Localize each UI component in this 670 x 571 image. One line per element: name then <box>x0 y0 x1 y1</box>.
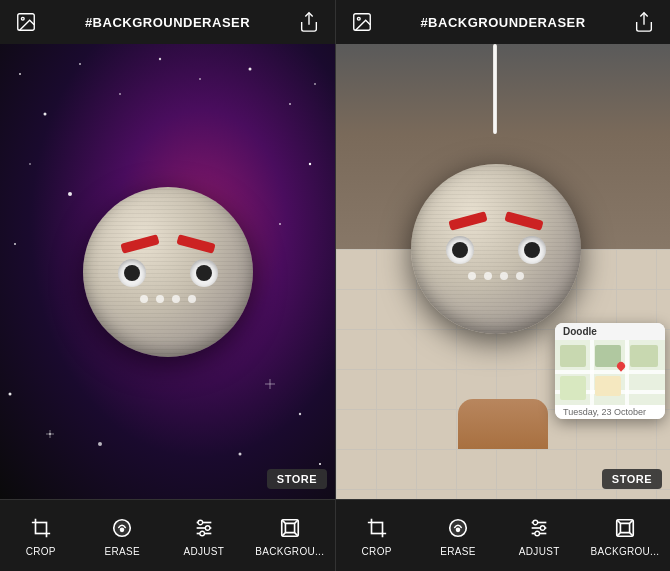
svg-point-17 <box>9 393 12 396</box>
right-panel: #BACKGROUNDERASER <box>335 0 670 571</box>
map-block-5 <box>595 376 621 396</box>
right-adjust-tool[interactable]: ADJUST <box>509 514 569 557</box>
right-speaker-fabric <box>411 164 581 334</box>
svg-rect-39 <box>285 523 294 532</box>
led-2 <box>156 295 164 303</box>
svg-point-9 <box>249 68 252 71</box>
adjust-icon <box>190 514 218 542</box>
left-erase-label: ERASE <box>105 546 140 557</box>
left-header: #BACKGROUNDERASER <box>0 0 335 44</box>
right-led-2 <box>484 272 492 280</box>
left-share-icon[interactable] <box>295 8 323 36</box>
right-erase-tool[interactable]: ERASE <box>428 514 488 557</box>
right-adjust-label: ADJUST <box>519 546 560 557</box>
right-led-3 <box>500 272 508 280</box>
doodle-popup: Doodle Tuesday, 23 October <box>555 323 665 419</box>
erase-icon <box>108 514 136 542</box>
svg-point-45 <box>357 17 360 20</box>
svg-point-6 <box>119 93 121 95</box>
svg-rect-29 <box>35 523 46 534</box>
speaker-fabric <box>83 187 253 357</box>
svg-point-12 <box>29 163 31 165</box>
right-image-area: Doodle Tuesday, 23 October STORE <box>336 44 670 499</box>
right-toolbar: CROP ERASE <box>336 499 670 571</box>
right-image-icon[interactable] <box>348 8 376 36</box>
speaker-body <box>83 187 253 357</box>
svg-point-15 <box>309 163 311 165</box>
right-share-icon[interactable] <box>630 8 658 36</box>
svg-point-11 <box>314 83 316 85</box>
left-crop-label: CROP <box>26 546 56 557</box>
right-speaker-body <box>411 164 581 334</box>
right-adjust-icon <box>525 514 553 542</box>
right-pupil-right <box>524 242 540 258</box>
led-1 <box>140 295 148 303</box>
svg-point-5 <box>79 63 81 65</box>
right-title: #BACKGROUNDERASER <box>376 15 630 30</box>
svg-point-7 <box>159 58 161 60</box>
crop-icon <box>27 514 55 542</box>
map-road-4 <box>625 340 629 405</box>
right-erase-label: ERASE <box>440 546 475 557</box>
svg-point-54 <box>541 526 546 531</box>
svg-point-31 <box>120 528 125 533</box>
svg-point-14 <box>14 243 16 245</box>
right-led-strip <box>468 272 524 280</box>
svg-point-21 <box>98 442 102 446</box>
svg-point-35 <box>198 520 203 525</box>
left-toolbar: CROP ERASE <box>0 499 335 571</box>
svg-point-53 <box>533 520 538 525</box>
svg-point-20 <box>319 463 321 465</box>
svg-point-36 <box>205 526 210 531</box>
right-crop-icon <box>363 514 391 542</box>
left-background-tool[interactable]: BACKGROU... <box>255 514 324 557</box>
left-store-button[interactable]: STORE <box>267 469 327 489</box>
pupil-right <box>196 265 212 281</box>
background-icon <box>276 514 304 542</box>
svg-point-22 <box>239 453 242 456</box>
svg-point-13 <box>68 192 72 196</box>
left-crop-tool[interactable]: CROP <box>11 514 71 557</box>
map-block-3 <box>630 345 658 367</box>
map-road-1 <box>555 370 665 374</box>
right-store-button[interactable]: STORE <box>602 469 662 489</box>
svg-point-19 <box>299 413 301 415</box>
right-speaker <box>411 164 581 334</box>
svg-point-16 <box>279 223 281 225</box>
right-eye-right <box>518 236 546 264</box>
eye-right <box>190 259 218 287</box>
svg-point-55 <box>535 531 540 536</box>
left-image-icon[interactable] <box>12 8 40 36</box>
usb-cable <box>493 44 497 134</box>
right-background-label: BACKGROU... <box>590 546 659 557</box>
pupil-left <box>124 265 140 281</box>
svg-point-8 <box>199 78 201 80</box>
right-led-4 <box>516 272 524 280</box>
eye-left <box>118 259 146 287</box>
left-background-label: BACKGROU... <box>255 546 324 557</box>
right-crop-label: CROP <box>362 546 392 557</box>
right-background-tool[interactable]: BACKGROU... <box>590 514 659 557</box>
led-4 <box>188 295 196 303</box>
right-led-1 <box>468 272 476 280</box>
svg-point-3 <box>19 73 21 75</box>
map-block-4 <box>560 376 586 400</box>
right-pupil-left <box>452 242 468 258</box>
left-panel: #BACKGROUNDERASER <box>0 0 335 571</box>
svg-point-37 <box>200 531 205 536</box>
svg-rect-57 <box>620 523 629 532</box>
left-adjust-tool[interactable]: ADJUST <box>174 514 234 557</box>
svg-point-4 <box>44 113 47 116</box>
left-adjust-label: ADJUST <box>183 546 224 557</box>
right-erase-icon <box>444 514 472 542</box>
hand <box>458 399 548 449</box>
led-3 <box>172 295 180 303</box>
left-erase-tool[interactable]: ERASE <box>92 514 152 557</box>
left-title: #BACKGROUNDERASER <box>40 15 295 30</box>
right-eye-left <box>446 236 474 264</box>
right-background-icon <box>611 514 639 542</box>
right-header: #BACKGROUNDERASER <box>336 0 670 44</box>
doodle-title: Doodle <box>555 323 665 340</box>
led-strip <box>140 295 196 303</box>
right-crop-tool[interactable]: CROP <box>347 514 407 557</box>
